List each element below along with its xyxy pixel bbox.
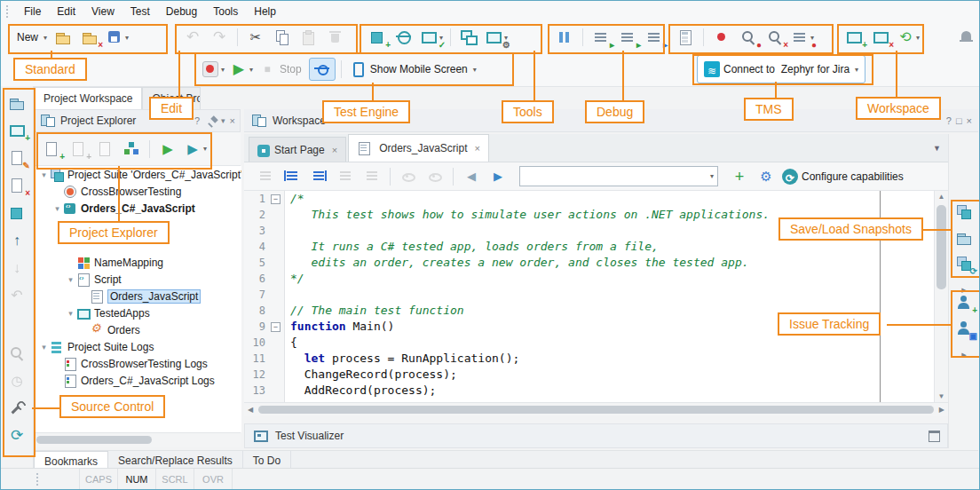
edit-file-icon[interactable]: ✎ (4, 146, 29, 169)
close-panel-icon[interactable]: × (868, 27, 893, 48)
tree-item-orders-c-javascript-logs[interactable]: Orders_C#_JavaScript Logs (35, 372, 241, 389)
project-tree-hscrollbar[interactable] (34, 432, 241, 447)
history-icon[interactable]: ◷ (4, 369, 29, 391)
add-new-item-icon[interactable]: + (39, 138, 64, 160)
cut-icon[interactable]: ✂ (243, 27, 268, 48)
scroll-up-icon[interactable]: ▲ (935, 193, 948, 201)
tree-item-project-suite-logs[interactable]: ▾Project Suite Logs (35, 338, 241, 355)
menu-view[interactable]: View (83, 3, 122, 20)
format-code-icon[interactable] (253, 166, 278, 187)
code-line[interactable]: AddRecord(process); (290, 383, 934, 399)
undo-icon[interactable]: ↶ (180, 27, 205, 48)
code-line[interactable] (290, 287, 934, 303)
inspect-icon[interactable]: ● (736, 27, 761, 48)
chevron-down-icon[interactable]: ▾ (710, 172, 714, 180)
editor-hscrollbar[interactable]: ◀ ▶ (244, 402, 948, 416)
restore-layout-icon[interactable]: ⟲▾ (895, 27, 921, 48)
tree-item-orders[interactable]: Orders (35, 321, 241, 338)
add-panel-icon[interactable]: + (842, 27, 866, 48)
code-line[interactable]: It runs a C# tested app, loads orders fr… (290, 239, 934, 255)
close-panel-icon[interactable]: × (967, 115, 972, 126)
save-all-icon[interactable]: ▾ (104, 27, 130, 48)
breakpoints-list-icon[interactable]: ●▾ (789, 27, 816, 48)
open-from-scc-icon[interactable] (4, 91, 29, 114)
tree-item-testedapps[interactable]: ▾TestedApps (35, 304, 241, 321)
code-line[interactable]: edits an order, creates a new order, and… (290, 255, 934, 271)
new-button[interactable]: New▾ (12, 27, 49, 48)
object-spy-icon[interactable] (309, 58, 336, 81)
show-region-icon[interactable] (423, 166, 447, 187)
tree-item-orders-javascript[interactable]: Orders_JavaScript (35, 288, 241, 304)
scroll-thumb[interactable] (937, 205, 946, 289)
tree-item-project-suite-orders-c-javascrip[interactable]: ▾Project Suite 'Orders_C#_JavaScript' (1 (35, 166, 241, 183)
menu-test[interactable]: Test (122, 3, 158, 20)
menu-edit[interactable]: Edit (49, 3, 83, 20)
menu-debug[interactable]: Debug (158, 3, 205, 20)
run-icon[interactable]: ▶▾ (228, 59, 255, 80)
close-tab-icon[interactable]: × (475, 143, 480, 154)
line-numbers-icon[interactable] (333, 166, 358, 187)
close-project-icon[interactable]: × (77, 27, 102, 48)
open-project-icon[interactable] (51, 27, 75, 48)
help-icon[interactable]: ? (194, 115, 200, 126)
region-checkpoint-icon[interactable]: ⚙▾ (483, 27, 510, 48)
pause-icon[interactable] (552, 27, 577, 48)
tab-orders-javascript[interactable]: Orders_JavaScript × (348, 134, 489, 162)
scc-settings-icon[interactable] (4, 397, 29, 419)
toolbar-grip[interactable] (6, 5, 11, 18)
expand-panel-icon[interactable] (929, 431, 940, 442)
scroll-right-icon[interactable]: ▶ (939, 406, 944, 414)
tab-start-page[interactable]: Start Page × (249, 137, 346, 162)
configure-capabilities-button[interactable]: Configure capabilities (780, 166, 909, 187)
add-existing-item-icon[interactable]: + (66, 138, 91, 160)
add-issue-icon[interactable]: + (952, 292, 976, 313)
maximize-icon[interactable]: □ (956, 115, 962, 126)
chevron-down-icon[interactable]: ▾ (249, 66, 253, 74)
menu-tools[interactable]: Tools (205, 3, 246, 20)
code-line[interactable]: */ (290, 271, 934, 287)
paste-icon[interactable] (296, 27, 321, 48)
editor-combobox[interactable]: ▾ (519, 166, 718, 186)
chevron-down-icon[interactable]: ▾ (855, 66, 858, 74)
step-over-icon[interactable]: ▸ (615, 27, 640, 48)
add-object-icon[interactable]: + (365, 27, 390, 48)
editor-vscrollbar[interactable]: ▲ ▼ (934, 191, 948, 402)
tree-item-script[interactable]: ▾Script (35, 271, 241, 288)
word-wrap-icon[interactable] (360, 166, 384, 187)
close-panel-icon[interactable]: × (230, 115, 235, 126)
collapse-arrow-icon[interactable]: ▾ (38, 343, 50, 352)
tree-item-orders-c-javascript[interactable]: ▾Orders_C#_JavaScript (35, 200, 241, 217)
load-snapshot-icon[interactable] (952, 227, 976, 249)
tree-item-crossbrowsertesting-logs[interactable]: CrossBrowserTesting Logs (35, 355, 241, 372)
collapse-arrow-icon[interactable]: ▾ (65, 275, 76, 284)
manage-snapshots-icon[interactable]: ⟳ (952, 253, 976, 274)
scroll-thumb[interactable] (36, 436, 152, 444)
scroll-thumb[interactable] (258, 406, 934, 414)
refresh-icon[interactable]: ⟳ (4, 424, 29, 447)
chevron-down-icon[interactable]: ▾ (125, 34, 129, 42)
copy-icon[interactable] (270, 27, 295, 48)
menu-help[interactable]: Help (246, 3, 284, 20)
code-line[interactable]: ChangeRecord(process); (290, 367, 934, 383)
align-right-icon[interactable] (306, 166, 331, 187)
stop-button[interactable]: ■Stop (257, 59, 307, 80)
connect-zephyr-button[interactable]: Connect to Zephyr for Jira▾ (697, 55, 865, 83)
get-latest-icon[interactable]: ↓ (4, 257, 29, 279)
code-line[interactable]: let process = RunApplication(); (290, 351, 934, 367)
evaluate-icon[interactable] (673, 27, 698, 48)
remove-breakpoints-icon[interactable]: × (763, 27, 787, 48)
back-icon[interactable]: ◀ (459, 166, 484, 187)
tab-list-dropdown-icon[interactable]: ▼ (933, 144, 948, 153)
tree-item-namemapping[interactable]: NameMapping (35, 254, 241, 271)
commit-icon[interactable]: ↑ (4, 229, 29, 251)
run-selected-icon[interactable]: ▶▾ (182, 138, 209, 160)
forward-icon[interactable]: ▶ (486, 166, 510, 187)
collapse-arrow-icon[interactable]: ▾ (65, 309, 76, 318)
fold-marker-icon[interactable]: − (271, 194, 281, 204)
redo-icon[interactable]: ↷ (207, 27, 232, 48)
issue-list-icon[interactable]: ▣ (952, 318, 976, 339)
align-left-icon[interactable] (280, 166, 304, 187)
panel-menu-icon[interactable]: ▾ (221, 116, 225, 125)
revert-icon[interactable]: ↶ (4, 284, 29, 306)
chevron-down-icon[interactable]: ▾ (473, 66, 477, 74)
